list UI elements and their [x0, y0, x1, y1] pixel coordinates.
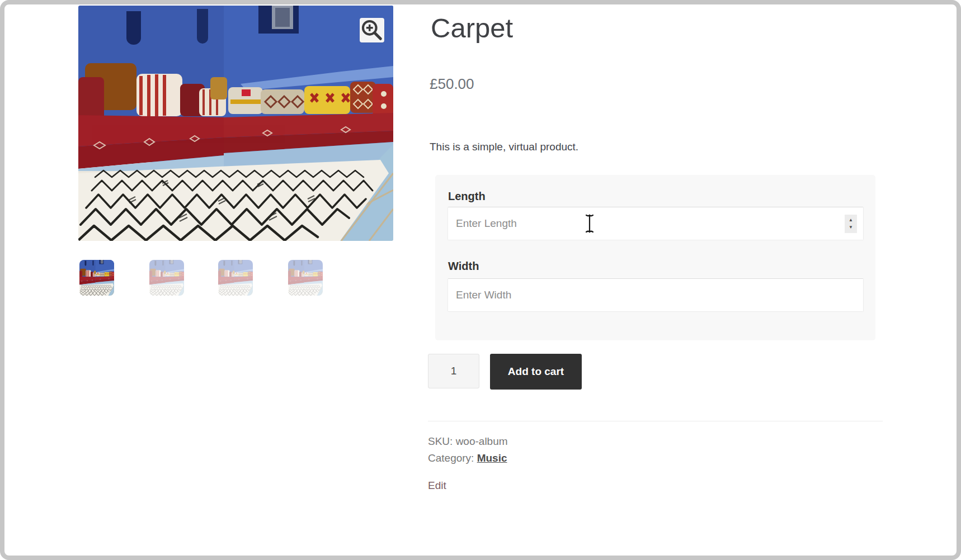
thumbnail-photo: [218, 260, 253, 296]
divider: [428, 421, 883, 421]
sku-value: woo-album: [456, 435, 508, 447]
width-label: Width: [448, 260, 479, 273]
product-page: Carpet £50.00 This is a simple, virtual …: [0, 0, 961, 560]
thumbnail-photo: [149, 260, 184, 296]
thumbnail-photo: [79, 260, 114, 296]
magnifier-plus-icon: [360, 18, 384, 42]
edit-link[interactable]: Edit: [428, 480, 446, 492]
sku-row: SKU: woo-album: [428, 433, 508, 450]
category-link[interactable]: Music: [477, 452, 507, 464]
category-row: Category: Music: [428, 450, 508, 467]
measurement-form: Length ▲ ▼ Width: [435, 175, 875, 340]
quantity-input[interactable]: [428, 354, 479, 388]
gallery-thumbnail-4[interactable]: [288, 260, 323, 296]
sku-label: SKU:: [428, 435, 453, 447]
gallery-thumbnail-2[interactable]: [149, 260, 184, 296]
thumbnail-photo: [288, 260, 323, 296]
product-title: Carpet: [431, 12, 513, 44]
gallery-thumbnail-3[interactable]: [218, 260, 253, 296]
zoom-button[interactable]: [360, 18, 384, 42]
gallery-thumbnail-1[interactable]: [79, 260, 114, 296]
product-description: This is a simple, virtual product.: [430, 141, 578, 153]
product-price: £50.00: [430, 75, 474, 93]
length-label: Length: [448, 190, 486, 203]
add-to-cart-button[interactable]: Add to cart: [490, 354, 582, 390]
length-input[interactable]: [447, 207, 864, 240]
length-field-wrap: ▲ ▼: [447, 207, 864, 240]
product-meta: SKU: woo-album Category: Music: [428, 433, 508, 467]
moroccan-room-photo: [78, 6, 393, 241]
product-image[interactable]: [78, 6, 393, 241]
width-input[interactable]: [447, 278, 864, 312]
width-field-wrap: [447, 278, 864, 312]
category-label: Category:: [428, 452, 474, 464]
length-stepper[interactable]: ▲ ▼: [845, 215, 857, 233]
stepper-down-icon[interactable]: ▼: [849, 225, 853, 230]
stepper-up-icon[interactable]: ▲: [849, 218, 853, 222]
